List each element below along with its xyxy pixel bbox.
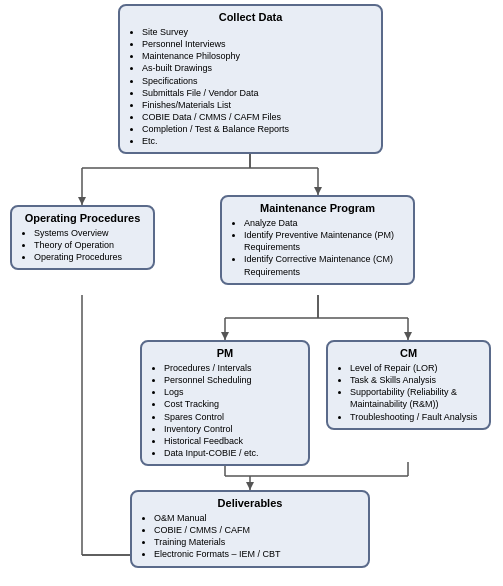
pm-item-4: Spares Control <box>164 411 300 423</box>
cm-item-3: Troubleshooting / Fault Analysis <box>350 411 481 423</box>
maintenance-program-title: Maintenance Program <box>230 202 405 214</box>
svg-marker-15 <box>404 332 412 340</box>
operating-item-1: Theory of Operation <box>34 239 145 251</box>
collect-item-7: COBIE Data / CMMS / CAFM Files <box>142 111 373 123</box>
cm-title: CM <box>336 347 481 359</box>
pm-title: PM <box>150 347 300 359</box>
deliverables-item-2: Training Materials <box>154 536 360 548</box>
collect-item-4: Specifications <box>142 75 373 87</box>
flowchart: Collect Data Site Survey Personnel Inter… <box>0 0 503 586</box>
collect-item-2: Maintenance Philosophy <box>142 50 373 62</box>
pm-item-6: Historical Feedback <box>164 435 300 447</box>
pm-item-7: Data Input-COBIE / etc. <box>164 447 300 459</box>
pm-item-3: Cost Tracking <box>164 398 300 410</box>
deliverables-list: O&M Manual COBIE / CMMS / CAFM Training … <box>140 512 360 561</box>
pm-item-0: Procedures / Intervals <box>164 362 300 374</box>
maintenance-program-box: Maintenance Program Analyze Data Identif… <box>220 195 415 285</box>
cm-item-0: Level of Repair (LOR) <box>350 362 481 374</box>
cm-item-1: Task & Skills Analysis <box>350 374 481 386</box>
collect-item-6: Finishes/Materials List <box>142 99 373 111</box>
collect-item-1: Personnel Interviews <box>142 38 373 50</box>
collect-item-5: Submittals File / Vendor Data <box>142 87 373 99</box>
collect-item-3: As-built Drawings <box>142 62 373 74</box>
collect-item-8: Completion / Test & Balance Reports <box>142 123 373 135</box>
collect-item-0: Site Survey <box>142 26 373 38</box>
pm-box: PM Procedures / Intervals Personnel Sche… <box>140 340 310 466</box>
operating-item-0: Systems Overview <box>34 227 145 239</box>
deliverables-title: Deliverables <box>140 497 360 509</box>
collect-data-title: Collect Data <box>128 11 373 23</box>
operating-item-2: Operating Procedures <box>34 251 145 263</box>
maintenance-item-2: Identify Corrective Maintenance (CM) Req… <box>244 253 405 277</box>
svg-marker-7 <box>314 187 322 195</box>
collect-data-box: Collect Data Site Survey Personnel Inter… <box>118 4 383 154</box>
collect-item-9: Etc. <box>142 135 373 147</box>
cm-item-2: Supportability (Reliability & Maintainab… <box>350 386 481 410</box>
deliverables-item-1: COBIE / CMMS / CAFM <box>154 524 360 536</box>
pm-item-5: Inventory Control <box>164 423 300 435</box>
operating-list: Systems Overview Theory of Operation Ope… <box>20 227 145 263</box>
pm-item-1: Personnel Scheduling <box>164 374 300 386</box>
deliverables-item-0: O&M Manual <box>154 512 360 524</box>
cm-list: Level of Repair (LOR) Task & Skills Anal… <box>336 362 481 423</box>
maintenance-list: Analyze Data Identify Preventive Mainten… <box>230 217 405 278</box>
operating-procedures-box: Operating Procedures Systems Overview Th… <box>10 205 155 270</box>
maintenance-item-1: Identify Preventive Maintenance (PM) Req… <box>244 229 405 253</box>
operating-procedures-title: Operating Procedures <box>20 212 145 224</box>
maintenance-item-0: Analyze Data <box>244 217 405 229</box>
deliverables-item-3: Electronic Formats – IEM / CBT <box>154 548 360 560</box>
collect-data-list: Site Survey Personnel Interviews Mainten… <box>128 26 373 147</box>
deliverables-box: Deliverables O&M Manual COBIE / CMMS / C… <box>130 490 370 568</box>
svg-marker-3 <box>78 197 86 205</box>
svg-marker-11 <box>221 332 229 340</box>
pm-item-2: Logs <box>164 386 300 398</box>
cm-box: CM Level of Repair (LOR) Task & Skills A… <box>326 340 491 430</box>
svg-marker-21 <box>246 482 254 490</box>
pm-list: Procedures / Intervals Personnel Schedul… <box>150 362 300 459</box>
